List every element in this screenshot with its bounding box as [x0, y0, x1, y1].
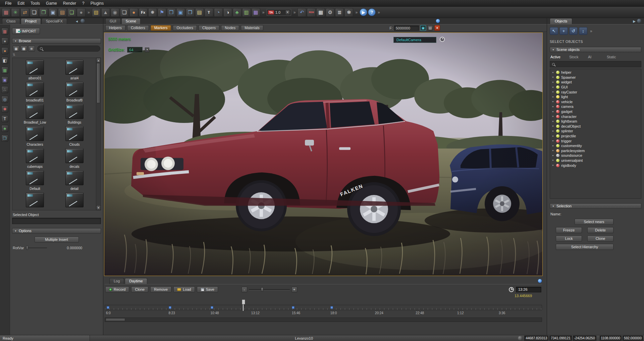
- mode-helpers-button[interactable]: Helpers: [105, 25, 125, 31]
- tab-daytime[interactable]: Daytime: [125, 278, 147, 284]
- folder-item[interactable]: detail: [55, 170, 94, 191]
- f-input[interactable]: [394, 25, 419, 31]
- list-view-icon[interactable]: ≣: [335, 8, 344, 17]
- texture-tool-icon[interactable]: ▩: [1, 28, 8, 35]
- chevron-down-icon[interactable]: [552, 164, 554, 166]
- clone-keyframe-button[interactable]: Clone: [131, 286, 148, 292]
- play-icon[interactable]: ▶: [360, 8, 367, 16]
- import-button[interactable]: IMPORT: [12, 28, 40, 34]
- load-button[interactable]: Load: [173, 286, 195, 292]
- archive-icon[interactable]: ▣: [176, 8, 185, 17]
- page-icon[interactable]: ❏: [120, 8, 129, 17]
- folder-item[interactable]: Broadleaf_Low: [15, 104, 55, 124]
- timeline-cursor[interactable]: [243, 299, 244, 311]
- tree-item-spawner[interactable]: Spawner: [551, 75, 640, 80]
- mode-colliders-button[interactable]: Colliders: [127, 25, 149, 31]
- text-tool-icon[interactable]: T: [1, 115, 8, 122]
- menu-render[interactable]: Render: [60, 0, 79, 6]
- folder-save-icon[interactable]: ❒: [186, 8, 195, 17]
- chevron-down-icon[interactable]: [552, 140, 554, 142]
- detach-panel-icon[interactable]: [538, 279, 542, 283]
- dots-tool-icon[interactable]: ∴: [1, 86, 8, 93]
- folder-scrollbar[interactable]: [96, 58, 101, 210]
- keyframe-marker[interactable]: [330, 306, 333, 309]
- package-tool-icon[interactable]: ▣: [1, 76, 8, 83]
- timeline-zoom-slider[interactable]: [249, 287, 290, 292]
- mask-tool-icon[interactable]: ◧: [1, 57, 8, 64]
- chevron-down-icon[interactable]: [552, 115, 554, 118]
- tree-tool-icon[interactable]: ♣: [1, 125, 8, 132]
- toolbar-chevron-icon[interactable]: »: [293, 10, 296, 15]
- tree-item-universaljoint[interactable]: universaljoint: [551, 158, 640, 163]
- folder-item[interactable]: albero01: [15, 60, 55, 80]
- active-camera-label[interactable]: DefaultCamera: [393, 37, 436, 43]
- move-gizmo-icon[interactable]: +: [559, 27, 568, 35]
- folder-item[interactable]: cubemaps: [15, 148, 55, 168]
- tab-project[interactable]: Project: [21, 18, 41, 24]
- gizmo-chevron-icon[interactable]: »: [590, 29, 592, 33]
- chevron-down-icon[interactable]: [552, 149, 554, 152]
- folder-icon[interactable]: ❒: [167, 8, 176, 17]
- chevron-down-icon[interactable]: [552, 135, 554, 137]
- clone-button[interactable]: Clone: [587, 235, 613, 242]
- tree-item-soundsource[interactable]: soundsource: [551, 153, 640, 158]
- tree-item-decalobject[interactable]: decalObject: [551, 124, 640, 129]
- chevron-down-icon[interactable]: [552, 81, 554, 83]
- gridsize-value[interactable]: 64: [127, 47, 143, 53]
- zoom-out-button[interactable]: -: [241, 287, 247, 292]
- tree-item-splinter[interactable]: splinter: [551, 129, 640, 134]
- tree-item-projectile[interactable]: projectile: [551, 134, 640, 139]
- freeze-button[interactable]: Freeze: [556, 227, 582, 233]
- open-file-icon[interactable]: ❐: [39, 8, 48, 17]
- menu-plugins[interactable]: Plugins: [88, 0, 107, 6]
- tree-item-lightbeam[interactable]: lightbeam: [551, 119, 640, 124]
- text-tool-icon[interactable]: T: [205, 8, 213, 17]
- object-search-box[interactable]: [550, 61, 641, 67]
- chevron-down-icon[interactable]: [552, 130, 554, 132]
- chevron-down-icon[interactable]: [552, 86, 554, 88]
- tab-class[interactable]: Class: [2, 18, 20, 24]
- close-icon[interactable]: ×: [434, 25, 440, 31]
- menu-file[interactable]: File: [2, 0, 14, 6]
- snowflake-icon[interactable]: ❄: [344, 8, 353, 17]
- save-icon[interactable]: ▣: [49, 8, 57, 17]
- tree-item-camera[interactable]: camera: [551, 104, 640, 109]
- tree-item-customentity[interactable]: customentity: [551, 143, 640, 148]
- mode-occluders-button[interactable]: Occluders: [173, 25, 197, 31]
- undo-icon[interactable]: ↶: [298, 8, 306, 17]
- fx-icon[interactable]: Fx: [139, 8, 148, 17]
- clay-tool-icon[interactable]: ●: [1, 47, 8, 54]
- delete-button[interactable]: Delete: [587, 227, 613, 233]
- keyframe-marker[interactable]: [292, 306, 294, 309]
- flag-icon[interactable]: ⚑: [158, 8, 166, 17]
- snapshot-icon[interactable]: ▤: [427, 25, 433, 31]
- toolbar-chevron-icon[interactable]: »: [262, 10, 265, 15]
- globe-icon[interactable]: ◔: [214, 8, 223, 17]
- scale-gizmo-icon[interactable]: ↕: [579, 27, 587, 35]
- timeline[interactable]: [105, 299, 542, 311]
- chevron-down-icon[interactable]: [552, 96, 554, 98]
- tab-objects[interactable]: Objects: [550, 18, 572, 24]
- tree-item-vehicle[interactable]: vehicle: [551, 99, 640, 105]
- chevron-down-icon[interactable]: [552, 76, 554, 78]
- panel-menu-icon[interactable]: [637, 19, 641, 23]
- folder-item[interactable]: Broadleaf8: [55, 82, 94, 102]
- select-nears-button[interactable]: Select nears: [575, 219, 613, 225]
- tab-stock[interactable]: Stock: [569, 55, 588, 59]
- chevron-down-icon[interactable]: [552, 159, 554, 161]
- tree-item-character[interactable]: character: [551, 114, 640, 119]
- browse-section-header[interactable]: Browse: [12, 38, 101, 44]
- chevron-down-icon[interactable]: [552, 154, 554, 157]
- chevron-down-icon[interactable]: [145, 48, 149, 52]
- folder-item[interactable]: Characters: [15, 126, 55, 146]
- chevron-down-icon[interactable]: [552, 145, 554, 147]
- viewport[interactable]: FALKEN: [104, 32, 543, 276]
- swap-icon[interactable]: ⇄: [20, 8, 29, 17]
- toolbar-chevron-icon[interactable]: »: [88, 10, 90, 15]
- zoom-in-button[interactable]: +: [291, 287, 297, 292]
- menu-game[interactable]: Game: [43, 0, 60, 6]
- record-button[interactable]: Record: [105, 286, 129, 292]
- export-icon[interactable]: ▤: [58, 8, 67, 17]
- contrast-icon[interactable]: ◑: [223, 8, 232, 17]
- menu-help[interactable]: ?: [79, 0, 88, 6]
